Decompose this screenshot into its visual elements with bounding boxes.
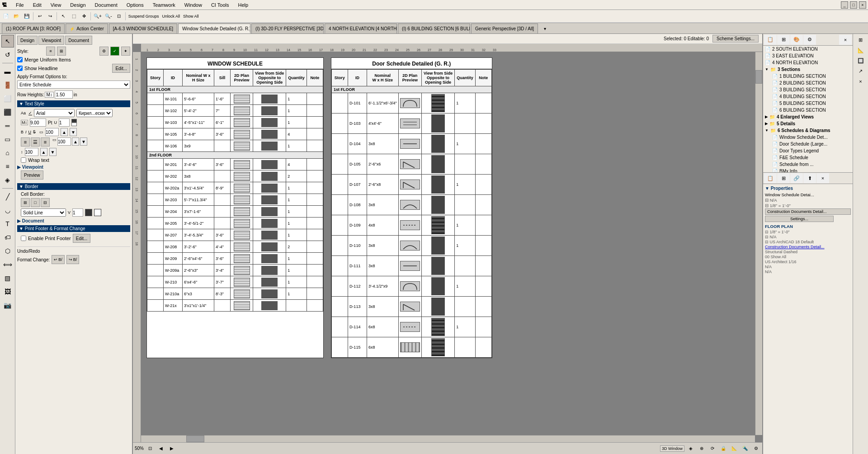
tree-item-dsl[interactable]: 📄 Door Schedule (Large... (763, 141, 853, 147)
v-dn-btn[interactable]: ▼ (80, 137, 87, 146)
ri-3[interactable]: 🔲 (854, 56, 867, 66)
rp-icon4[interactable]: ⚙ (803, 35, 816, 45)
tree-item-north-elev[interactable]: 📄 4 NORTH ELEVATION (763, 59, 853, 66)
settings-link-btn[interactable]: Construction Documents Detail... (765, 208, 851, 215)
font-select[interactable]: Arial (34, 109, 75, 117)
line-color-box[interactable] (85, 209, 92, 216)
spacing-up-btn[interactable]: ▲ (40, 148, 47, 156)
undo-format-btn[interactable]: ↩ B/ (52, 255, 65, 264)
scrollbar-vertical[interactable] (755, 52, 762, 435)
move-btn[interactable]: ✥ (79, 11, 89, 21)
tab-window-schedule[interactable]: [A-6.3 WINDOW SCHEDULE] (109, 24, 177, 33)
line-spacing-input[interactable] (25, 148, 38, 156)
rp-icon3[interactable]: 🎨 (790, 35, 803, 45)
scrollbar-horizontal[interactable] (141, 435, 755, 442)
sidebar-text-tool[interactable]: T (1, 218, 14, 230)
script-select[interactable]: Кирил...еский (76, 109, 113, 117)
sidebar-camera-tool[interactable]: 📷 (1, 299, 14, 312)
sidebar-label-tool[interactable]: 🏷 (1, 231, 14, 244)
row-height-input[interactable] (55, 90, 73, 99)
document-header[interactable]: ▶ Document (17, 218, 130, 223)
color-light-btn[interactable] (71, 123, 77, 126)
sidebar-zone-tool[interactable]: ⬡ (1, 245, 14, 257)
zoom-fit-btn[interactable]: ⊡ (146, 444, 155, 453)
show-headline-checkbox[interactable] (17, 66, 23, 71)
settings-sub-btn[interactable]: Settings... (765, 216, 834, 222)
tab-building-section[interactable]: (I) 6 BUILDING SECTION [6 BULD...] (398, 24, 470, 33)
ri-5[interactable]: × (854, 76, 867, 86)
tab-roof-plan[interactable]: (1) ROOF PLAN [3: ROOF] (2, 24, 65, 33)
sidebar-slab-tool[interactable]: ▭ (1, 133, 14, 146)
print-footer-header[interactable]: ▼ Print Footer & Format Change (17, 225, 130, 232)
sidebar-wall-tool[interactable]: ▬ (1, 65, 14, 78)
rp-icon2[interactable]: ⊞ (777, 35, 790, 45)
show-all[interactable]: Show All (182, 11, 200, 21)
tree-item-dtl[interactable]: 📄 Door Types Legend (763, 147, 853, 154)
window-type-btn[interactable]: 3D Window (660, 445, 684, 452)
ri-2[interactable]: 📐 (854, 45, 867, 55)
prev-page-btn[interactable]: ◀ (156, 444, 165, 453)
preview-btn[interactable]: Preview (21, 170, 43, 180)
bottom-icon1[interactable]: ◈ (686, 444, 695, 453)
tree-folder-sections[interactable]: ▼ 📁 3 Sections (763, 66, 853, 73)
scheme-settings-btn[interactable]: Scheme Settings... (712, 35, 759, 43)
rp-nav2[interactable]: ⊞ (777, 173, 790, 183)
rp-nav1[interactable]: 📋 (764, 173, 777, 183)
align-left-btn[interactable]: ≡ (21, 137, 30, 147)
menu-window[interactable]: Window (183, 1, 204, 9)
list-view-btn[interactable]: ≡ (46, 47, 55, 56)
fit-btn[interactable]: ⊡ (114, 11, 124, 21)
menu-edit[interactable]: Edit (31, 1, 43, 9)
h-up-btn[interactable]: ▲ (61, 128, 68, 136)
text-style-header[interactable]: ▼ Text Style (17, 100, 130, 107)
new-btn[interactable]: 📄 (1, 11, 11, 21)
grid-view-btn[interactable]: ⊞ (57, 47, 66, 56)
save-btn[interactable]: 💾 (22, 11, 32, 21)
tree-item-sched-from[interactable]: 📄 Schedule from ... (763, 161, 853, 168)
sidebar-door-tool[interactable]: 🚪 (1, 79, 14, 91)
marquee-btn[interactable]: ⬚ (69, 11, 79, 21)
tree-folder-enlarged[interactable]: ▶ 📁 4 Enlarged Views (763, 114, 853, 120)
redo-format-btn[interactable]: ↪ B/ (66, 255, 80, 264)
border-header[interactable]: ▼ Border (17, 183, 130, 190)
menu-file[interactable]: File (14, 1, 26, 9)
ri-1[interactable]: ⊞ (854, 35, 867, 45)
font-size-input[interactable] (30, 118, 46, 127)
tree-item-bs6[interactable]: 📄 6 BUILDING SECTION (763, 107, 853, 114)
open-btn[interactable]: 📂 (11, 11, 21, 21)
tree-item-wsd[interactable]: 📄 Window Schedule Det... (763, 134, 853, 141)
v-scale-input[interactable] (57, 137, 71, 146)
sidebar-arc-tool[interactable]: ◡ (1, 204, 14, 217)
bottom-icon5[interactable]: 📐 (730, 444, 739, 453)
tree-item-south-elev[interactable]: 📄 2 SOUTH ELEVATION (763, 46, 853, 52)
spacing-dn-btn[interactable]: ▼ (49, 148, 57, 156)
ri-4[interactable]: ↗ (854, 66, 867, 76)
navigator-tree[interactable]: 📄 2 SOUTH ELEVATION 📄 3 EAST ELEVATION 📄… (763, 46, 853, 172)
undo-btn[interactable]: ↩ (35, 11, 45, 21)
tree-item-bs2[interactable]: 📄 2 BUILDING SECTION (763, 80, 853, 86)
next-page-btn[interactable]: ▶ (167, 444, 176, 453)
sidebar-column-tool[interactable]: ⬛ (1, 106, 14, 118)
border-outer-btn[interactable]: □ (31, 198, 40, 207)
footer-edit-btn[interactable]: Edit... (73, 234, 91, 243)
tree-folder-schedules[interactable]: ▼ 📁 6 Schedules & Diagrams (763, 127, 853, 134)
h-dn-btn[interactable]: ▼ (70, 128, 77, 136)
rp-nav5[interactable]: × (816, 173, 829, 183)
win-minimize[interactable]: _ (841, 1, 848, 9)
sidebar-rotate-tool[interactable]: ↺ (1, 48, 14, 61)
sidebar-dimension-tool[interactable]: ⟺ (1, 258, 14, 271)
menu-document[interactable]: Document (93, 1, 119, 9)
design-btn[interactable]: Design (17, 36, 38, 45)
line-style-select[interactable]: Solid Line (21, 208, 66, 217)
menu-view[interactable]: View (49, 1, 63, 9)
rp-close[interactable]: × (839, 35, 852, 45)
enable-footer-checkbox[interactable] (21, 236, 26, 241)
check-btn[interactable]: ✓ (110, 47, 119, 56)
bottom-icon7[interactable]: ⚙ (751, 444, 760, 453)
sidebar-stair-tool[interactable]: ≡ (1, 160, 14, 173)
menu-options[interactable]: Options (125, 1, 146, 9)
sidebar-figure-tool[interactable]: 🖼 (1, 285, 14, 298)
win-close[interactable]: × (859, 1, 866, 9)
sidebar-select-tool[interactable]: ↖ (1, 35, 14, 47)
rp-nav4[interactable]: ⬆ (803, 173, 816, 183)
